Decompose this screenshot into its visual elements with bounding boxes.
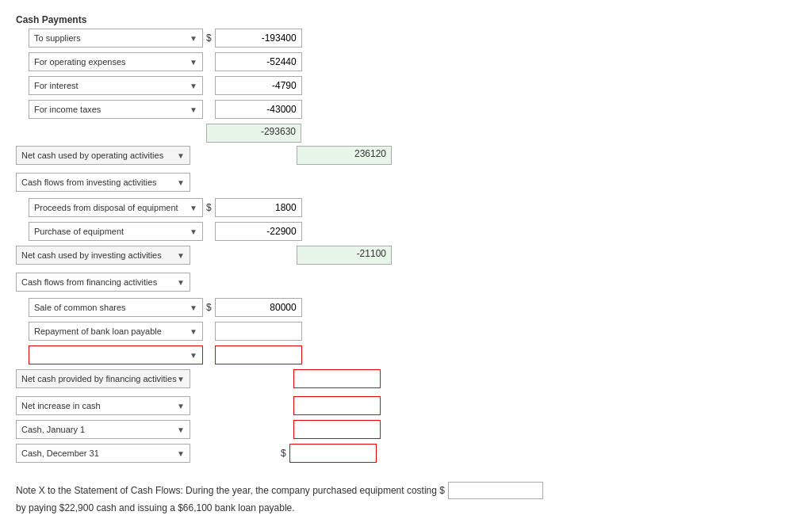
repayment-input[interactable] xyxy=(215,322,302,341)
empty-financing-row: ▼ $ xyxy=(29,345,796,364)
jan1-arrow-icon: ▼ xyxy=(177,426,185,434)
dollar-sign-proceeds: $ xyxy=(206,202,212,213)
net-investing-label: Net cash used by investing activities xyxy=(21,250,162,260)
for-operating-dropdown[interactable]: For operating expenses ▼ xyxy=(29,52,203,71)
jan1-dropdown[interactable]: Cash, January 1 ▼ xyxy=(16,420,190,439)
note-text-after: by paying $22,900 cash and issuing a $66… xyxy=(16,502,295,513)
net-financing-label: Net cash provided by financing activitie… xyxy=(21,374,177,384)
net-financing-dropdown[interactable]: Net cash provided by financing activitie… xyxy=(16,369,190,388)
for-interest-arrow-icon: ▼ xyxy=(190,82,197,90)
repayment-label: Repayment of bank loan payable xyxy=(34,326,162,336)
to-suppliers-label: To suppliers xyxy=(34,33,81,43)
for-operating-label: For operating expenses xyxy=(34,57,126,67)
purchase-dropdown[interactable]: Purchase of equipment ▼ xyxy=(29,222,203,241)
for-income-taxes-label: For income taxes xyxy=(34,105,101,114)
for-interest-dropdown[interactable]: For interest ▼ xyxy=(29,76,203,95)
net-investing-dropdown[interactable]: Net cash used by investing activities ▼ xyxy=(16,246,190,265)
to-suppliers-arrow-icon: ▼ xyxy=(190,34,197,43)
for-interest-input[interactable] xyxy=(215,76,302,95)
financing-header-row: Cash flows from financing activities ▼ xyxy=(16,273,796,292)
for-income-taxes-input[interactable] xyxy=(215,100,302,119)
sale-row: Sale of common shares ▼ $ xyxy=(29,298,796,317)
proceeds-dropdown[interactable]: Proceeds from disposal of equipment ▼ xyxy=(29,198,203,217)
note-value-input[interactable] xyxy=(448,482,543,499)
purchase-input[interactable] xyxy=(215,222,302,241)
dec31-input[interactable] xyxy=(289,444,377,463)
net-financing-input[interactable] xyxy=(293,369,381,388)
repayment-arrow-icon: ▼ xyxy=(190,327,197,336)
for-operating-arrow-icon: ▼ xyxy=(190,58,197,67)
sale-label: Sale of common shares xyxy=(34,303,126,312)
dec31-dropdown[interactable]: Cash, December 31 ▼ xyxy=(16,444,190,463)
proceeds-arrow-icon: ▼ xyxy=(190,204,197,212)
net-increase-dropdown[interactable]: Net increase in cash ▼ xyxy=(16,396,190,415)
net-investing-box[interactable]: -21100 xyxy=(297,246,392,265)
jan1-label: Cash, January 1 xyxy=(21,425,85,434)
to-suppliers-row: To suppliers ▼ $ xyxy=(29,29,796,48)
for-income-taxes-arrow-icon: ▼ xyxy=(190,105,197,114)
purchase-row: Purchase of equipment ▼ $ xyxy=(29,222,796,241)
investing-header-label: Cash flows from investing activities xyxy=(21,177,157,187)
dec31-row: Cash, December 31 ▼ $ xyxy=(16,444,796,463)
net-operating-row: Net cash used by operating activities ▼ … xyxy=(16,146,796,165)
to-suppliers-dropdown[interactable]: To suppliers ▼ xyxy=(29,29,203,48)
investing-arrow-icon: ▼ xyxy=(177,178,185,187)
net-increase-row: Net increase in cash ▼ xyxy=(16,396,796,415)
purchase-label: Purchase of equipment xyxy=(34,227,124,236)
dollar-sign-sale: $ xyxy=(206,302,212,313)
net-financing-row: Net cash provided by financing activitie… xyxy=(16,369,796,388)
net-increase-label: Net increase in cash xyxy=(21,401,101,410)
for-interest-label: For interest xyxy=(34,81,79,90)
investing-header-dropdown[interactable]: Cash flows from investing activities ▼ xyxy=(16,173,190,192)
sale-dropdown[interactable]: Sale of common shares ▼ xyxy=(29,298,203,317)
for-income-taxes-dropdown[interactable]: For income taxes ▼ xyxy=(29,100,203,119)
for-interest-row: For interest ▼ $ xyxy=(29,76,796,95)
empty-financing-input[interactable] xyxy=(215,345,302,364)
net-operating-label: Net cash used by operating activities xyxy=(21,151,163,160)
empty-financing-arrow-icon: ▼ xyxy=(190,351,197,360)
dec31-arrow-icon: ▼ xyxy=(177,449,185,458)
repayment-row: Repayment of bank loan payable ▼ $ xyxy=(29,322,796,341)
jan1-row: Cash, January 1 ▼ xyxy=(16,420,796,439)
empty-financing-dropdown[interactable]: ▼ xyxy=(29,345,203,364)
jan1-input[interactable] xyxy=(293,420,381,439)
net-investing-arrow-icon: ▼ xyxy=(177,251,185,260)
net-operating-arrow-icon: ▼ xyxy=(177,151,185,160)
net-operating-dropdown[interactable]: Net cash used by operating activities ▼ xyxy=(16,146,190,165)
dollar-sign-1: $ xyxy=(206,32,212,44)
note-section: Note X to the Statement of Cash Flows: D… xyxy=(16,482,796,513)
proceeds-row: Proceeds from disposal of equipment ▼ $ xyxy=(29,198,796,217)
net-operating-box[interactable]: 236120 xyxy=(297,146,392,165)
dollar-sign-dec31: $ xyxy=(281,448,286,459)
repayment-dropdown[interactable]: Repayment of bank loan payable ▼ xyxy=(29,322,203,341)
section-header: Cash Payments xyxy=(16,14,796,25)
subtotal-row: -293630 xyxy=(203,124,796,143)
sale-arrow-icon: ▼ xyxy=(190,303,197,312)
note-text-before: Note X to the Statement of Cash Flows: D… xyxy=(16,485,445,496)
net-investing-row: Net cash used by investing activities ▼ … xyxy=(16,246,796,265)
proceeds-input[interactable] xyxy=(215,198,302,217)
net-increase-arrow-icon: ▼ xyxy=(177,402,185,410)
investing-header-row: Cash flows from investing activities ▼ xyxy=(16,173,796,192)
for-income-taxes-row: For income taxes ▼ $ xyxy=(29,100,796,119)
net-increase-input[interactable] xyxy=(293,396,381,415)
proceeds-label: Proceeds from disposal of equipment xyxy=(34,203,178,212)
financing-header-label: Cash flows from financing activities xyxy=(21,277,157,287)
subtotal-box[interactable]: -293630 xyxy=(206,124,301,143)
for-operating-row: For operating expenses ▼ $ xyxy=(29,52,796,71)
purchase-arrow-icon: ▼ xyxy=(190,227,197,236)
net-financing-arrow-icon: ▼ xyxy=(177,375,185,384)
for-operating-input[interactable] xyxy=(215,52,302,71)
dec31-label: Cash, December 31 xyxy=(21,448,99,458)
to-suppliers-input[interactable] xyxy=(215,29,302,48)
sale-input[interactable] xyxy=(215,298,302,317)
financing-header-dropdown[interactable]: Cash flows from financing activities ▼ xyxy=(16,273,190,292)
financing-header-arrow-icon: ▼ xyxy=(177,278,185,287)
